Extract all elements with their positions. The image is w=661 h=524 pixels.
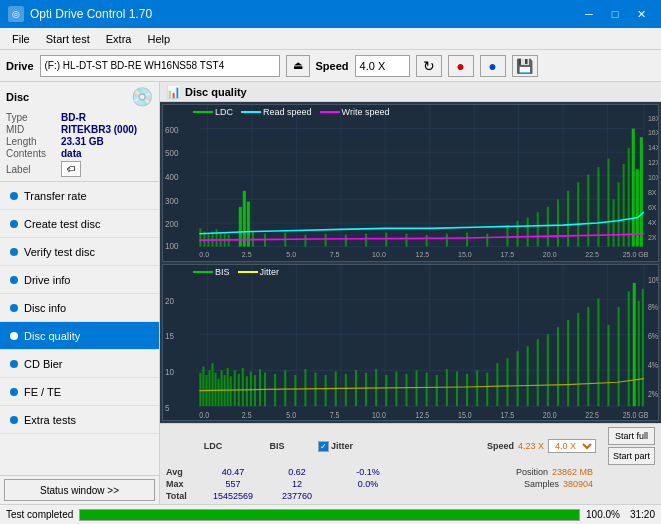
svg-text:10.0: 10.0 [372,250,386,259]
start-buttons: Start full Start part [608,427,655,465]
drive-selector[interactable]: (F:) HL-DT-ST BD-RE WH16NS58 TST4 [40,55,280,77]
nav-drive-info[interactable]: Drive info [0,266,159,294]
svg-rect-127 [215,372,217,405]
svg-text:10.0: 10.0 [372,410,386,420]
eject-button[interactable]: ⏏ [286,55,310,77]
save-button[interactable]: 💾 [512,55,538,77]
svg-rect-83 [632,129,635,247]
svg-rect-144 [304,369,306,406]
svg-text:12.5: 12.5 [416,410,430,420]
ldc-max-col: 557 [198,479,268,489]
menu-help[interactable]: Help [139,31,178,47]
svg-rect-74 [567,191,569,247]
menu-extra[interactable]: Extra [98,31,140,47]
svg-rect-78 [607,159,609,247]
maximize-button[interactable]: □ [603,4,627,24]
type-value: BD-R [61,112,86,123]
svg-text:25.0 GB: 25.0 GB [623,250,649,259]
speed-label: Speed [316,60,349,72]
start-part-button[interactable]: Start part [608,447,655,465]
svg-rect-122 [199,372,201,405]
status-bar: Test completed 100.0% 31:20 [0,504,661,524]
svg-rect-68 [506,225,508,246]
jitter-checkbox[interactable]: ✓ [318,441,329,452]
nav-label: Transfer rate [24,190,87,202]
refresh-button[interactable]: ↻ [416,55,442,77]
nav-label: Create test disc [24,218,100,230]
svg-rect-64 [426,235,428,247]
nav-verify-test-disc[interactable]: Verify test disc [0,238,159,266]
svg-text:17.5: 17.5 [500,250,514,259]
app-title: Opti Drive Control 1.70 [30,7,152,21]
nav-dot [10,388,18,396]
nav-disc-quality[interactable]: Disc quality [0,322,159,350]
avg-row: Avg 40.47 0.62 -0.1% Position 23862 MB [166,467,655,477]
svg-rect-178 [638,300,640,405]
label-button[interactable]: 🏷 [61,161,81,177]
nav-dot [10,416,18,424]
jitter-checkbox-row: ✓ Jitter [318,441,353,452]
svg-text:25.0 GB: 25.0 GB [623,410,649,420]
position-info: Position 23862 MB [516,467,593,477]
nav-cd-bier[interactable]: CD Bier [0,350,159,378]
svg-rect-143 [294,375,296,406]
length-label: Length [6,136,61,147]
svg-rect-171 [577,312,579,405]
nav-dot [10,192,18,200]
total-label: Total [166,491,194,501]
nav-dot [10,360,18,368]
svg-text:0.0: 0.0 [199,410,209,420]
sidebar: Disc 💿 Type BD-R MID RITEKBR3 (000) Leng… [0,82,160,504]
ldc-max: 557 [225,479,240,489]
legend-ldc: LDC [193,107,233,117]
svg-text:22.5: 22.5 [585,250,599,259]
ldc-header-col: LDC [178,441,248,451]
bottom-panel: LDC BIS ✓ Jitter Speed 4.23 X 4.0 X 8.0 … [160,423,661,504]
legend-read-color [241,111,261,113]
speed-selector[interactable]: 4.0 X [355,55,410,77]
nav-disc-info[interactable]: Disc info [0,294,159,322]
nav-create-test-disc[interactable]: Create test disc [0,210,159,238]
speed-value: 4.0 X [360,60,386,72]
type-label: Type [6,112,61,123]
svg-rect-177 [633,282,636,405]
nav-extra-tests[interactable]: Extra tests [0,406,159,434]
disc-button1[interactable]: ● [448,55,474,77]
samples-label: Samples [524,479,559,489]
menu-file[interactable]: File [4,31,38,47]
speed-select[interactable]: 4.0 X 8.0 X [548,439,596,453]
legend-write-speed: Write speed [320,107,390,117]
minimize-button[interactable]: ─ [577,4,601,24]
svg-text:5.0: 5.0 [286,250,296,259]
speed-info: Speed 4.23 X 4.0 X 8.0 X [487,439,596,453]
svg-rect-141 [274,373,276,405]
menu-start-test[interactable]: Start test [38,31,98,47]
nav-transfer-rate[interactable]: Transfer rate [0,182,159,210]
svg-text:15: 15 [165,330,174,341]
svg-rect-128 [218,378,220,406]
svg-rect-0 [163,105,658,261]
svg-rect-155 [416,370,418,406]
drive-bar: Drive (F:) HL-DT-ST BD-RE WH16NS58 TST4 … [0,50,661,82]
svg-rect-63 [405,234,407,247]
svg-text:600: 600 [165,125,179,135]
svg-rect-157 [436,375,438,406]
bis-header: BIS [269,441,284,451]
svg-rect-62 [385,233,387,247]
status-window-button[interactable]: Status window >> [4,479,155,501]
legend-bis: BIS [193,267,230,277]
svg-rect-53 [243,191,246,247]
position-label: Position [516,467,548,477]
speed-label: Speed [487,441,514,451]
jitter-avg: -0.1% [356,467,380,477]
close-button[interactable]: ✕ [629,4,653,24]
start-full-button[interactable]: Start full [608,427,655,445]
svg-rect-154 [405,373,407,405]
jitter-avg-col: -0.1% [338,467,398,477]
disc-button2[interactable]: ● [480,55,506,77]
svg-rect-138 [254,375,256,406]
legend-read-speed: Read speed [241,107,312,117]
svg-text:12X: 12X [648,158,658,167]
progress-percent: 100.0% [586,509,620,520]
nav-fe-te[interactable]: FE / TE [0,378,159,406]
